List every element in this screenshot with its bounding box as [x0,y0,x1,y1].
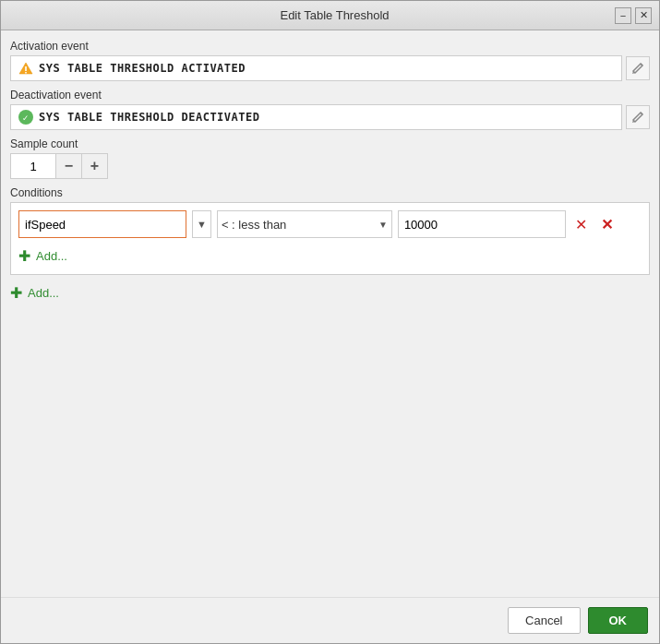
deactivation-section: Deactivation event ✓ SYS TABLE THRESHOLD… [10,89,650,130]
deactivation-row: ✓ SYS TABLE THRESHOLD DEACTIVATED [10,104,650,130]
deactivation-edit-button[interactable] [626,105,650,129]
condition-clear-button[interactable]: ✕ [571,214,592,234]
sample-decrement-button[interactable]: − [56,153,82,179]
add-group-label: Add... [28,286,59,300]
dialog-footer: Cancel OK [1,597,659,643]
cancel-button[interactable]: Cancel [508,607,580,634]
condition-value-input[interactable] [398,210,566,238]
add-condition-button[interactable]: ✚ Add... [18,245,642,267]
activation-value: SYS TABLE THRESHOLD ACTIVATED [39,62,246,75]
activation-edit-button[interactable] [626,56,650,80]
edit-icon [631,62,644,75]
activation-field: SYS TABLE THRESHOLD ACTIVATED [10,55,622,81]
condition-row: ▼ < : less than ▼ ✕ ✕ [18,210,642,238]
activation-label: Activation event [10,40,650,53]
sample-increment-button[interactable]: + [82,153,108,179]
edit-icon [631,111,644,124]
sample-label: Sample count [10,137,650,150]
warning-icon [18,61,33,76]
check-icon: ✓ [18,110,33,125]
add-condition-icon: ✚ [18,247,30,265]
titlebar: Edit Table Threshold − ✕ [1,1,659,30]
activation-row: SYS TABLE THRESHOLD ACTIVATED [10,55,650,81]
operator-chevron-icon: ▼ [378,220,388,230]
dialog-content: Activation event SYS TABLE THRESHOLD ACT… [1,30,659,597]
condition-delete-button[interactable]: ✕ [597,214,618,234]
svg-rect-1 [25,66,27,71]
deactivation-value: SYS TABLE THRESHOLD DEACTIVATED [39,111,259,124]
sample-row: − + [10,153,650,179]
deactivation-field: ✓ SYS TABLE THRESHOLD DEACTIVATED [10,104,622,130]
conditions-section: Conditions ▼ < : less than ▼ ✕ ✕ [10,186,650,304]
add-group-icon: ✚ [10,284,22,302]
minimize-button[interactable]: − [615,7,631,24]
condition-operator-dropdown[interactable]: < : less than ▼ [217,210,392,238]
titlebar-controls: − ✕ [615,7,652,24]
condition-field-input[interactable] [18,210,186,238]
svg-rect-2 [25,72,27,74]
operator-text: < : less than [222,218,375,232]
dialog-title: Edit Table Threshold [54,8,615,22]
dropdown-chevron: ▼ [197,219,207,230]
sample-section: Sample count − + [10,137,650,179]
add-condition-label: Add... [36,249,67,263]
ok-button[interactable]: OK [588,607,649,634]
deactivation-label: Deactivation event [10,89,650,101]
conditions-box: ▼ < : less than ▼ ✕ ✕ ✚ Add... [10,202,650,275]
condition-field-dropdown[interactable]: ▼ [192,210,211,238]
spacer [10,311,650,588]
activation-section: Activation event SYS TABLE THRESHOLD ACT… [10,40,650,81]
close-button[interactable]: ✕ [635,7,652,24]
add-group-button[interactable]: ✚ Add... [10,282,650,304]
dialog-edit-table-threshold: Edit Table Threshold − ✕ Activation even… [0,0,660,644]
conditions-label: Conditions [10,186,650,199]
sample-count-input[interactable] [10,153,56,179]
